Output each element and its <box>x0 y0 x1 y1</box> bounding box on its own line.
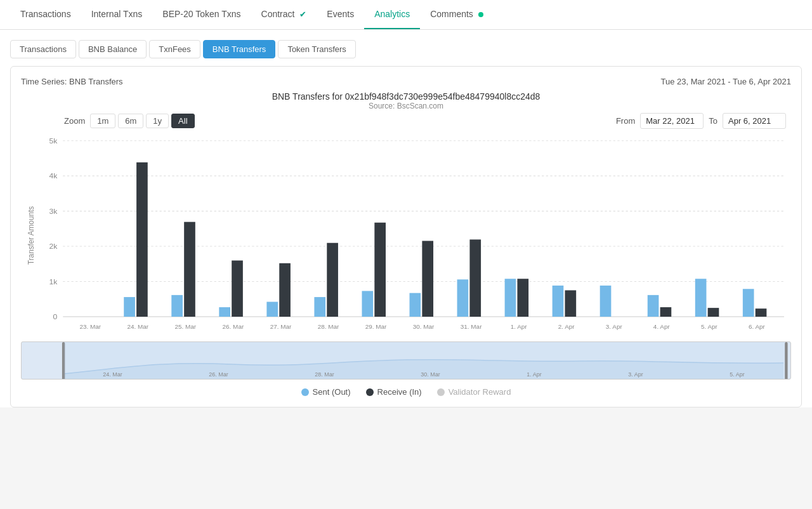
tab-comments[interactable]: Comments <box>420 0 494 29</box>
mini-chart-container: 24. Mar 26. Mar 28. Mar 30. Mar 1. Apr 3… <box>21 341 791 380</box>
mini-label-1apr: 1. Apr <box>527 371 542 378</box>
page-wrapper: Transactions Internal Txns BEP-20 Token … <box>0 0 812 407</box>
bar-sent-25mar <box>171 295 183 317</box>
tab-bep20[interactable]: BEP-20 Token Txns <box>152 0 251 29</box>
svg-text:26. Mar: 26. Mar <box>223 323 244 330</box>
from-date-input[interactable] <box>640 113 704 129</box>
chart-title: BNB Transfers for 0x21bf948f3dc730e999e5… <box>21 91 791 110</box>
bar-sent-27mar <box>266 302 278 317</box>
bar-sent-28mar <box>314 297 325 317</box>
legend-receive: Receive (In) <box>366 387 422 397</box>
svg-text:23. Mar: 23. Mar <box>79 323 101 330</box>
bar-receive-29mar <box>374 223 386 317</box>
chart-legend: Sent (Out) Receive (In) Validator Reward <box>21 387 791 397</box>
chart-title-text: BNB Transfers for 0x21bf948f3dc730e999e5… <box>21 91 791 102</box>
sub-tabs: Transactions BNB Balance TxnFees BNB Tra… <box>0 30 812 66</box>
bar-sent-4apr <box>648 295 659 317</box>
sub-tab-transactions[interactable]: Transactions <box>10 40 76 58</box>
mini-label-26mar: 26. Mar <box>209 371 228 378</box>
legend-sent-icon <box>301 388 309 396</box>
svg-text:3. Apr: 3. Apr <box>606 323 623 330</box>
chart-container: Time Series: BNB Transfers Tue 23, Mar 2… <box>10 66 802 407</box>
bar-receive-28mar <box>327 243 338 317</box>
legend-validator-label: Validator Reward <box>449 387 511 397</box>
zoom-1y[interactable]: 1y <box>146 114 169 128</box>
tab-events[interactable]: Events <box>317 0 364 29</box>
legend-validator-icon <box>437 388 445 396</box>
bar-receive-5apr <box>708 308 719 317</box>
tab-contract[interactable]: Contract ✔ <box>251 0 317 29</box>
zoom-1m[interactable]: 1m <box>90 114 115 128</box>
mini-label-30mar: 30. Mar <box>421 371 440 378</box>
bar-receive-2apr <box>565 290 577 317</box>
legend-validator: Validator Reward <box>437 387 511 397</box>
bar-receive-4apr <box>660 307 672 317</box>
bar-receive-24mar <box>136 162 148 317</box>
svg-text:1k: 1k <box>49 277 58 286</box>
svg-text:5k: 5k <box>49 136 58 145</box>
sub-tab-bnb-balance[interactable]: BNB Balance <box>79 40 147 58</box>
mini-labels: 24. Mar 26. Mar 28. Mar 30. Mar 1. Apr 3… <box>60 371 788 378</box>
tab-internal-txns[interactable]: Internal Txns <box>81 0 153 29</box>
mini-label-24mar: 24. Mar <box>103 371 122 378</box>
legend-sent-label: Sent (Out) <box>313 387 351 397</box>
chart-svg-wrapper: Transfer Amounts 5k 4k 3k 2k 1k 0 <box>21 134 791 380</box>
mini-label-3apr: 3. Apr <box>628 371 643 378</box>
legend-receive-icon <box>366 388 374 396</box>
zoom-6m[interactable]: 6m <box>118 114 143 128</box>
bar-sent-3apr <box>600 286 612 317</box>
bar-sent-29mar <box>362 291 373 317</box>
sub-tab-token-transfers[interactable]: Token Transfers <box>278 40 356 58</box>
time-series-label: Time Series: BNB Transfers <box>21 77 123 86</box>
chart-source: Source: BscScan.com <box>21 102 791 110</box>
chart-header: Time Series: BNB Transfers Tue 23, Mar 2… <box>21 77 791 86</box>
svg-text:24. Mar: 24. Mar <box>127 323 148 330</box>
svg-text:6. Apr: 6. Apr <box>749 323 766 330</box>
contract-check-icon: ✔ <box>299 10 306 19</box>
bar-receive-27mar <box>279 263 291 317</box>
svg-text:27. Mar: 27. Mar <box>270 323 292 330</box>
svg-text:28. Mar: 28. Mar <box>318 323 339 330</box>
from-to-controls: From To <box>616 113 786 129</box>
svg-text:4k: 4k <box>49 172 58 181</box>
bar-sent-6apr <box>743 289 754 317</box>
svg-text:1. Apr: 1. Apr <box>511 323 528 330</box>
svg-text:4. Apr: 4. Apr <box>653 323 671 330</box>
bar-sent-30mar <box>410 293 421 317</box>
bar-sent-31mar <box>457 279 469 317</box>
to-date-input[interactable] <box>723 113 786 129</box>
svg-text:29. Mar: 29. Mar <box>365 323 387 330</box>
svg-text:2. Apr: 2. Apr <box>558 323 575 330</box>
sub-tab-txnfees[interactable]: TxnFees <box>149 40 200 58</box>
bar-sent-1apr <box>505 279 516 317</box>
bar-sent-26mar <box>219 307 230 317</box>
bar-sent-2apr <box>553 286 564 317</box>
bar-sent-24mar <box>124 297 135 317</box>
legend-receive-label: Receive (In) <box>377 387 422 397</box>
mini-label-5apr: 5. Apr <box>730 371 745 378</box>
from-label: From <box>616 116 635 126</box>
tab-analytics[interactable]: Analytics <box>364 0 420 29</box>
bar-sent-5apr <box>695 279 707 317</box>
bar-receive-30mar <box>422 241 433 317</box>
mini-label-28mar: 28. Mar <box>315 371 334 378</box>
to-label: To <box>709 116 717 126</box>
sub-tab-bnb-transfers[interactable]: BNB Transfers <box>203 40 276 58</box>
tab-transactions[interactable]: Transactions <box>10 0 81 29</box>
zoom-from-row: Zoom 1m 6m 1y All From To <box>21 113 791 129</box>
zoom-all[interactable]: All <box>171 114 194 128</box>
zoom-label: Zoom <box>64 116 85 126</box>
svg-text:25. Mar: 25. Mar <box>175 323 197 330</box>
svg-text:0: 0 <box>53 312 58 321</box>
main-chart-svg: Transfer Amounts 5k 4k 3k 2k 1k 0 <box>21 134 791 337</box>
comments-dot-icon <box>478 12 483 17</box>
bar-receive-31mar <box>469 239 481 317</box>
legend-sent: Sent (Out) <box>301 387 351 397</box>
svg-text:Transfer Amounts: Transfer Amounts <box>27 206 36 265</box>
bar-receive-25mar <box>184 222 195 317</box>
main-tabs: Transactions Internal Txns BEP-20 Token … <box>0 0 812 30</box>
bar-receive-6apr <box>756 308 767 317</box>
svg-text:3k: 3k <box>49 207 58 216</box>
svg-text:31. Mar: 31. Mar <box>461 323 482 330</box>
svg-text:2k: 2k <box>49 242 58 251</box>
